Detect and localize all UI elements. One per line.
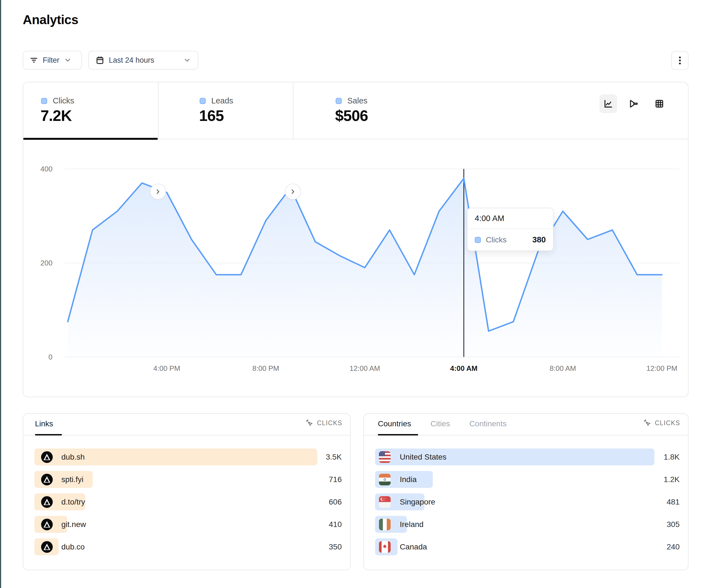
tooltip-time: 4:00 AM <box>468 208 553 229</box>
x-axis-label: 4:00 AM <box>450 364 477 372</box>
date-range-button[interactable]: Last 24 hours <box>88 51 198 70</box>
countries-list: United States1.8KIndia1.2KSingapore481Ir… <box>375 449 680 561</box>
cursor-click-icon <box>305 419 314 427</box>
stat-value: $506 <box>335 107 368 125</box>
row-label: spti.fyi <box>61 475 83 484</box>
x-axis-label: 12:00 AM <box>349 364 380 372</box>
x-axis-label: 12:00 PM <box>646 364 677 372</box>
row-value: 1.8K <box>664 453 680 461</box>
calendar-icon <box>95 56 104 65</box>
tooltip-value: 380 <box>533 235 546 244</box>
row-label: dub.sh <box>61 453 85 461</box>
metric-label: CLICKS <box>655 420 680 427</box>
list-item[interactable]: dub.co350 <box>35 538 342 555</box>
tooltip-series-marker <box>475 237 481 243</box>
row-value: 481 <box>667 498 680 506</box>
row-value: 716 <box>329 475 342 484</box>
ca-flag-icon <box>379 541 391 553</box>
kebab-icon <box>676 56 684 65</box>
links-metric-toggle[interactable]: CLICKS <box>305 419 342 427</box>
row-label: India <box>400 475 417 484</box>
row-label: Ireland <box>400 520 424 529</box>
active-tab-underline <box>378 434 418 435</box>
stat-label: Clicks <box>53 96 74 106</box>
us-flag-icon <box>379 451 391 463</box>
tab-links[interactable]: Links <box>35 420 53 428</box>
stat-tab-leads[interactable]: Leads 165 <box>158 82 293 139</box>
tab-countries[interactable]: Countries <box>378 420 411 428</box>
in-flag-icon <box>379 474 391 485</box>
chart-tooltip: 4:00 AM Clicks 380 <box>467 208 554 251</box>
chevron-right-icon <box>154 188 161 195</box>
stat-tab-clicks[interactable]: Clicks 7.2K <box>23 82 158 139</box>
stats-row: Clicks 7.2K Leads 165 Sales $506 <box>23 82 688 139</box>
row-label: United States <box>400 453 447 461</box>
links-list: dub.sh3.5Kspti.fyi716d.to/try606git.new4… <box>35 449 342 561</box>
list-item[interactable]: Canada240 <box>375 538 680 555</box>
dub-logo-icon <box>41 451 53 463</box>
metric-label: CLICKS <box>317 420 342 427</box>
stat-value: 165 <box>199 107 224 125</box>
sales-marker <box>336 98 342 104</box>
y-axis-label: 0 <box>48 353 52 361</box>
page-title: Analytics <box>23 12 78 27</box>
dub-logo-icon <box>41 474 53 485</box>
ie-flag-icon <box>379 519 391 530</box>
row-label: dub.co <box>61 543 85 551</box>
filter-button[interactable]: Filter <box>23 51 82 70</box>
list-item[interactable]: Ireland305 <box>375 516 680 533</box>
stat-tab-sales[interactable]: Sales $506 <box>294 82 428 139</box>
chevron-right-icon <box>289 188 297 195</box>
table-mode-button[interactable] <box>651 95 668 113</box>
filter-icon <box>29 56 38 65</box>
filter-label: Filter <box>43 56 59 65</box>
chart-canvas: 02004004:00 PM8:00 PM12:00 AM4:00 AM8:00… <box>23 152 688 374</box>
tab-cities[interactable]: Cities <box>431 420 450 428</box>
dub-logo-icon <box>41 519 53 530</box>
countries-panel: Countries Cities Continents CLICKS Unite… <box>363 413 689 570</box>
stat-label: Sales <box>347 96 368 106</box>
leads-marker <box>200 98 206 104</box>
expand-leads-button[interactable] <box>285 184 301 200</box>
date-range-label: Last 24 hours <box>109 56 179 65</box>
row-value: 240 <box>667 543 680 551</box>
list-item[interactable]: spti.fyi716 <box>35 471 342 488</box>
links-panel: Links CLICKS dub.sh3.5Kspti.fyi716d.to/t… <box>23 413 351 570</box>
line-chart-mode-button[interactable] <box>600 95 617 113</box>
stat-value: 7.2K <box>41 107 72 125</box>
list-item[interactable]: d.to/try606 <box>35 493 342 510</box>
row-label: git.new <box>61 520 86 529</box>
x-axis-label: 8:00 PM <box>252 364 279 372</box>
active-tab-underline <box>23 138 158 140</box>
links-panel-header: Links CLICKS <box>23 414 350 435</box>
funnel-mode-button[interactable] <box>625 95 642 113</box>
cursor-click-icon <box>643 419 652 427</box>
row-value: 3.5K <box>326 453 342 461</box>
active-tab-underline <box>35 434 62 435</box>
list-item[interactable]: Singapore481 <box>375 493 680 510</box>
list-item[interactable]: git.new410 <box>35 516 342 533</box>
list-item[interactable]: India1.2K <box>375 471 680 488</box>
row-label: d.to/try <box>61 498 85 506</box>
row-value: 1.2K <box>664 475 680 484</box>
row-value: 606 <box>329 498 342 506</box>
chevron-down-icon <box>183 56 191 64</box>
clicks-area-chart[interactable]: 02004004:00 PM8:00 PM12:00 AM4:00 AM8:00… <box>23 152 688 374</box>
y-axis-label: 200 <box>41 259 52 267</box>
more-options-button[interactable] <box>671 51 689 70</box>
sg-flag-icon <box>379 496 391 508</box>
chart-type-switcher <box>600 95 668 113</box>
list-item[interactable]: United States1.8K <box>375 449 680 466</box>
tooltip-series-label: Clicks <box>486 235 527 244</box>
analytics-card: Clicks 7.2K Leads 165 Sales $506 <box>23 82 689 397</box>
funnel-icon <box>629 99 639 109</box>
expand-clicks-button[interactable] <box>150 184 166 200</box>
countries-metric-toggle[interactable]: CLICKS <box>643 419 680 427</box>
row-value: 410 <box>329 520 342 529</box>
line-chart-icon <box>603 99 613 109</box>
tab-continents[interactable]: Continents <box>470 420 507 428</box>
row-value: 350 <box>329 543 342 551</box>
list-item[interactable]: dub.sh3.5K <box>35 449 342 466</box>
dub-logo-icon <box>41 541 53 553</box>
countries-panel-header: Countries Cities Continents CLICKS <box>364 414 688 435</box>
